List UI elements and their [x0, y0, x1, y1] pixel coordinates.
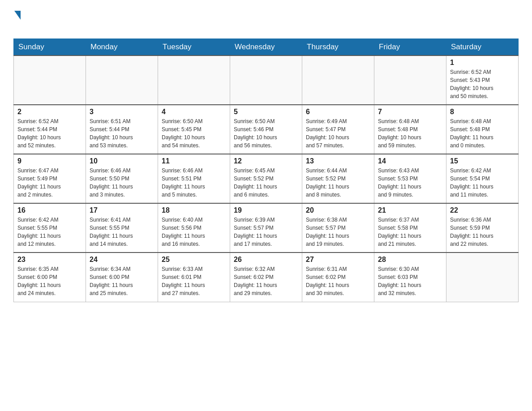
page-header [13, 9, 519, 34]
calendar-cell: 20Sunrise: 6:38 AM Sunset: 5:57 PM Dayli… [302, 203, 374, 253]
calendar-cell [230, 56, 302, 105]
day-info: Sunrise: 6:36 AM Sunset: 5:59 PM Dayligh… [450, 216, 515, 248]
week-row-1: 1Sunrise: 6:52 AM Sunset: 5:43 PM Daylig… [14, 56, 519, 105]
day-number: 6 [306, 108, 370, 116]
weekday-header-monday: Monday [86, 39, 158, 56]
calendar-cell [374, 56, 446, 105]
calendar-cell: 9Sunrise: 6:47 AM Sunset: 5:49 PM Daylig… [14, 154, 86, 203]
day-number: 14 [378, 157, 442, 165]
day-info: Sunrise: 6:52 AM Sunset: 5:44 PM Dayligh… [17, 117, 82, 150]
day-number: 22 [450, 206, 515, 214]
day-number: 8 [450, 108, 515, 116]
calendar-cell: 6Sunrise: 6:49 AM Sunset: 5:47 PM Daylig… [302, 105, 374, 154]
day-number: 3 [90, 108, 154, 116]
day-info: Sunrise: 6:46 AM Sunset: 5:50 PM Dayligh… [90, 167, 154, 199]
day-number: 16 [17, 206, 82, 214]
day-number: 13 [306, 157, 370, 165]
day-number: 10 [90, 157, 154, 165]
calendar-cell: 27Sunrise: 6:31 AM Sunset: 6:02 PM Dayli… [302, 253, 374, 302]
day-info: Sunrise: 6:41 AM Sunset: 5:55 PM Dayligh… [90, 216, 154, 248]
calendar-cell: 23Sunrise: 6:35 AM Sunset: 6:00 PM Dayli… [14, 253, 86, 302]
day-number: 12 [234, 157, 298, 165]
calendar-cell: 24Sunrise: 6:34 AM Sunset: 6:00 PM Dayli… [86, 253, 158, 302]
calendar-cell [14, 56, 86, 105]
day-info: Sunrise: 6:33 AM Sunset: 6:01 PM Dayligh… [162, 265, 226, 297]
day-info: Sunrise: 6:35 AM Sunset: 6:00 PM Dayligh… [17, 265, 82, 297]
week-row-2: 2Sunrise: 6:52 AM Sunset: 5:44 PM Daylig… [14, 105, 519, 154]
calendar-cell: 16Sunrise: 6:42 AM Sunset: 5:55 PM Dayli… [14, 203, 86, 253]
day-info: Sunrise: 6:32 AM Sunset: 6:02 PM Dayligh… [234, 265, 298, 297]
day-info: Sunrise: 6:45 AM Sunset: 5:52 PM Dayligh… [234, 167, 298, 199]
week-row-4: 16Sunrise: 6:42 AM Sunset: 5:55 PM Dayli… [14, 203, 519, 253]
day-info: Sunrise: 6:34 AM Sunset: 6:00 PM Dayligh… [90, 265, 154, 297]
calendar-cell: 13Sunrise: 6:44 AM Sunset: 5:52 PM Dayli… [302, 154, 374, 203]
day-info: Sunrise: 6:42 AM Sunset: 5:55 PM Dayligh… [17, 216, 82, 248]
day-number: 2 [17, 108, 82, 116]
calendar-cell: 26Sunrise: 6:32 AM Sunset: 6:02 PM Dayli… [230, 253, 302, 302]
day-info: Sunrise: 6:42 AM Sunset: 5:54 PM Dayligh… [450, 167, 515, 199]
day-number: 27 [306, 256, 370, 264]
week-row-3: 9Sunrise: 6:47 AM Sunset: 5:49 PM Daylig… [14, 154, 519, 203]
day-number: 5 [234, 108, 298, 116]
weekday-header-sunday: Sunday [14, 39, 86, 56]
day-number: 21 [378, 206, 442, 214]
weekday-header-tuesday: Tuesday [158, 39, 230, 56]
day-info: Sunrise: 6:30 AM Sunset: 6:03 PM Dayligh… [378, 265, 442, 297]
weekday-header-friday: Friday [374, 39, 446, 56]
day-info: Sunrise: 6:46 AM Sunset: 5:51 PM Dayligh… [162, 167, 226, 199]
calendar-cell: 7Sunrise: 6:48 AM Sunset: 5:48 PM Daylig… [374, 105, 446, 154]
day-number: 1 [450, 59, 515, 67]
calendar-cell: 19Sunrise: 6:39 AM Sunset: 5:57 PM Dayli… [230, 203, 302, 253]
day-number: 25 [162, 256, 226, 264]
day-number: 11 [162, 157, 226, 165]
logo-arrow-icon [14, 11, 21, 20]
day-info: Sunrise: 6:49 AM Sunset: 5:47 PM Dayligh… [306, 117, 370, 150]
calendar-cell: 22Sunrise: 6:36 AM Sunset: 5:59 PM Dayli… [446, 203, 519, 253]
day-info: Sunrise: 6:39 AM Sunset: 5:57 PM Dayligh… [234, 216, 298, 248]
calendar-cell: 17Sunrise: 6:41 AM Sunset: 5:55 PM Dayli… [86, 203, 158, 253]
calendar-cell: 12Sunrise: 6:45 AM Sunset: 5:52 PM Dayli… [230, 154, 302, 203]
day-number: 18 [162, 206, 226, 214]
calendar-cell: 11Sunrise: 6:46 AM Sunset: 5:51 PM Dayli… [158, 154, 230, 203]
day-info: Sunrise: 6:50 AM Sunset: 5:46 PM Dayligh… [234, 117, 298, 150]
calendar-cell [86, 56, 158, 105]
calendar-cell: 3Sunrise: 6:51 AM Sunset: 5:44 PM Daylig… [86, 105, 158, 154]
calendar-cell: 18Sunrise: 6:40 AM Sunset: 5:56 PM Dayli… [158, 203, 230, 253]
day-info: Sunrise: 6:31 AM Sunset: 6:02 PM Dayligh… [306, 265, 370, 297]
day-info: Sunrise: 6:48 AM Sunset: 5:48 PM Dayligh… [378, 117, 442, 150]
calendar-cell: 2Sunrise: 6:52 AM Sunset: 5:44 PM Daylig… [14, 105, 86, 154]
day-number: 23 [17, 256, 82, 264]
calendar-cell [446, 253, 519, 302]
calendar-cell: 25Sunrise: 6:33 AM Sunset: 6:01 PM Dayli… [158, 253, 230, 302]
weekday-header-row: SundayMondayTuesdayWednesdayThursdayFrid… [14, 39, 519, 56]
day-number: 17 [90, 206, 154, 214]
calendar-cell: 5Sunrise: 6:50 AM Sunset: 5:46 PM Daylig… [230, 105, 302, 154]
day-info: Sunrise: 6:43 AM Sunset: 5:53 PM Dayligh… [378, 167, 442, 199]
calendar-cell: 4Sunrise: 6:50 AM Sunset: 5:45 PM Daylig… [158, 105, 230, 154]
day-info: Sunrise: 6:52 AM Sunset: 5:43 PM Dayligh… [450, 68, 515, 100]
day-number: 4 [162, 108, 226, 116]
weekday-header-wednesday: Wednesday [230, 39, 302, 56]
calendar-cell: 14Sunrise: 6:43 AM Sunset: 5:53 PM Dayli… [374, 154, 446, 203]
day-number: 7 [378, 108, 442, 116]
calendar-cell: 21Sunrise: 6:37 AM Sunset: 5:58 PM Dayli… [374, 203, 446, 253]
day-number: 28 [378, 256, 442, 264]
calendar-cell: 28Sunrise: 6:30 AM Sunset: 6:03 PM Dayli… [374, 253, 446, 302]
weekday-header-thursday: Thursday [302, 39, 374, 56]
logo [13, 9, 27, 34]
day-number: 9 [17, 157, 82, 165]
day-info: Sunrise: 6:48 AM Sunset: 5:48 PM Dayligh… [450, 117, 515, 150]
week-row-5: 23Sunrise: 6:35 AM Sunset: 6:00 PM Dayli… [14, 253, 519, 302]
day-number: 19 [234, 206, 298, 214]
day-info: Sunrise: 6:40 AM Sunset: 5:56 PM Dayligh… [162, 216, 226, 248]
day-info: Sunrise: 6:50 AM Sunset: 5:45 PM Dayligh… [162, 117, 226, 150]
calendar-cell: 10Sunrise: 6:46 AM Sunset: 5:50 PM Dayli… [86, 154, 158, 203]
weekday-header-saturday: Saturday [446, 39, 519, 56]
day-number: 24 [90, 256, 154, 264]
calendar-cell: 15Sunrise: 6:42 AM Sunset: 5:54 PM Dayli… [446, 154, 519, 203]
calendar-cell [158, 56, 230, 105]
day-info: Sunrise: 6:37 AM Sunset: 5:58 PM Dayligh… [378, 216, 442, 248]
calendar-cell: 1Sunrise: 6:52 AM Sunset: 5:43 PM Daylig… [446, 56, 519, 105]
day-info: Sunrise: 6:38 AM Sunset: 5:57 PM Dayligh… [306, 216, 370, 248]
calendar-table: SundayMondayTuesdayWednesdayThursdayFrid… [13, 39, 519, 302]
